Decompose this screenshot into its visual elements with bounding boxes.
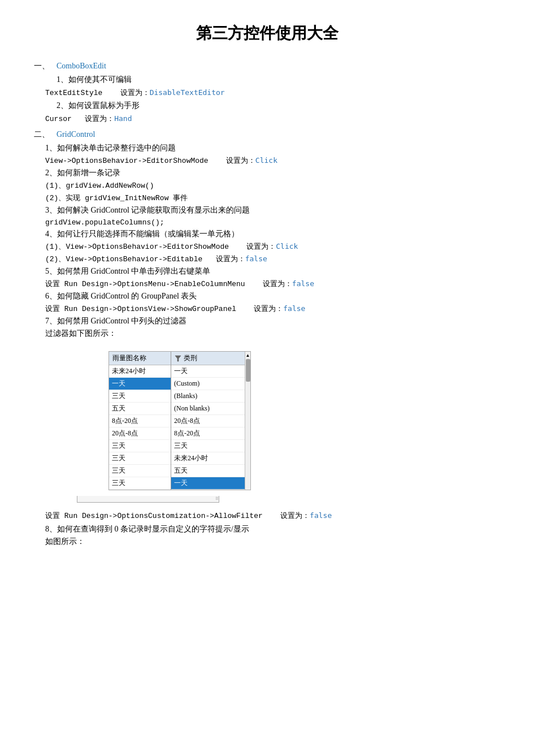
- item-1-1-code: TextEditStyle 设置为：DisableTextEditor: [45, 88, 500, 98]
- filter-funnel-icon[interactable]: [175, 355, 181, 362]
- item-2-7: 7、如何禁用 GridControl 中列头的过滤器: [45, 316, 500, 326]
- grid-bottom-bar: ⠿: [77, 496, 219, 503]
- item-2-1: 1、如何解决单击记录整行选中的问题: [45, 143, 500, 153]
- grid-right-row-9: 一天: [171, 477, 245, 490]
- item-2-6-code: 设置 Run Design->OptionsView->ShowGroupPan…: [45, 304, 500, 314]
- grid-right-row-0: 一天: [171, 365, 245, 378]
- item-2-4-sub2: (2)、View->OptionsBehavior->Editable 设置为：…: [45, 254, 500, 264]
- section-one-items: 1、如何使其不可编辑 TextEditStyle 设置为：DisableText…: [45, 75, 500, 124]
- scrollbar-up-arrow[interactable]: ▲: [246, 353, 250, 358]
- section-one: 一、 ComboBoxEdit 1、如何使其不可编辑 TextEditStyle…: [34, 61, 500, 124]
- grid-table: 雨量图名称 未来24小时 一天 三天 五天 8点-20点 20点-8点 三天 三…: [108, 351, 251, 490]
- item-2-2-text: 2、如何新增一条记录: [45, 169, 120, 177]
- section-two-header: 二、 GridControl: [34, 129, 500, 140]
- section-two: 二、 GridControl 1、如何解决单击记录整行选中的问题 View->O…: [34, 129, 500, 547]
- item-2-2-sub1-text: (1)、gridView.AddNewRow(): [45, 182, 154, 190]
- item-2-3: 3、如何解决 GridControl 记录能获取而没有显示出来的问题: [45, 205, 500, 215]
- item-1-2-code: Cursor 设置为：Hand: [45, 114, 500, 124]
- item-2-4-text: 4、如何让行只能选择而不能编辑（或编辑某一单元格）: [45, 230, 239, 238]
- item-2-5: 5、如何禁用 GridControl 中单击列弹出右键菜单: [45, 266, 500, 277]
- grid-left-row-2: 三天: [109, 390, 171, 403]
- item-2-8-text: 8、如何在查询得到 0 条记录时显示自定义的字符提示/显示: [45, 525, 249, 533]
- section-one-title: ComboBoxEdit: [57, 62, 106, 71]
- item-2-1-text: 1、如何解决单击记录整行选中的问题: [45, 144, 176, 152]
- grid-left-row-3: 五天: [109, 403, 171, 415]
- item-2-6-code-text: 设置 Run Design->OptionsView->ShowGroupPan…: [45, 305, 305, 313]
- item-2-7-pre-text: 过滤器如下图所示：: [45, 329, 116, 338]
- item-2-6-text: 6、如何隐藏 GridControl 的 GroupPanel 表头: [45, 292, 197, 300]
- grid-col1-header: 雨量图名称: [109, 352, 171, 365]
- item-2-7-code: 设置 Run Design->OptionsCustomization->All…: [45, 511, 500, 521]
- grid-left-row-0: 未来24小时: [109, 365, 171, 378]
- col1-header-text: 雨量图名称: [112, 353, 146, 363]
- item-2-8: 8、如何在查询得到 0 条记录时显示自定义的字符提示/显示: [45, 524, 500, 534]
- section-two-title: GridControl: [57, 130, 95, 139]
- item-2-4-sub1-text: (1)、View->OptionsBehavior->EditorShowMod…: [45, 243, 298, 251]
- item-1-2-num: 2、如何设置鼠标为手形: [57, 101, 140, 111]
- svg-marker-0: [175, 356, 181, 361]
- item-1-1-code-text: TextEditStyle 设置为：DisableTextEditor: [45, 89, 225, 97]
- grid-left-row-1: 一天: [109, 378, 171, 390]
- grid-right-row-5: 8点-20点: [171, 427, 245, 440]
- grid-col2-header: 类刑: [171, 352, 245, 365]
- item-1-1-num: 1、如何使其不可编辑: [57, 75, 132, 85]
- section-two-items: 1、如何解决单击记录整行选中的问题 View->OptionsBehavior-…: [45, 143, 500, 547]
- grid-left-col: 雨量图名称 未来24小时 一天 三天 五天 8点-20点 20点-8点 三天 三…: [109, 352, 171, 490]
- item-2-1-code: View->OptionsBehavior->EditorShowMode 设置…: [45, 155, 500, 166]
- item-2-5-code: 设置 Run Design->OptionsMenu->EnableColumn…: [45, 279, 500, 289]
- item-2-4: 4、如何让行只能选择而不能编辑（或编辑某一单元格）: [45, 229, 500, 239]
- page-title: 第三方控件使用大全: [34, 23, 500, 44]
- grid-left-row-6: 三天: [109, 440, 171, 452]
- item-2-7-pre: 过滤器如下图所示：: [45, 329, 500, 339]
- grid-right-row-4: 20点-8点: [171, 415, 245, 427]
- grid-left-row-4: 8点-20点: [109, 415, 171, 427]
- item-1-2: 2、如何设置鼠标为手形: [57, 101, 500, 111]
- grid-right-row-6: 三天: [171, 440, 245, 452]
- grid-right-row-2: (Blanks): [171, 390, 245, 403]
- item-1-1: 1、如何使其不可编辑: [57, 75, 500, 85]
- item-2-7-code-text: 设置 Run Design->OptionsCustomization->All…: [45, 512, 332, 520]
- item-2-6: 6、如何隐藏 GridControl 的 GroupPanel 表头: [45, 291, 500, 301]
- item-2-2-sub1: (1)、gridView.AddNewRow(): [45, 180, 500, 191]
- section-one-header: 一、 ComboBoxEdit: [34, 61, 500, 71]
- resize-dots-icon: ⠿: [215, 496, 219, 502]
- section-two-num: 二、: [34, 129, 50, 140]
- item-2-5-text: 5、如何禁用 GridControl 中单击列弹出右键菜单: [45, 267, 210, 275]
- grid-left-row-7: 三天: [109, 452, 171, 465]
- item-2-1-code-text: View->OptionsBehavior->EditorShowMode 设置…: [45, 157, 277, 165]
- grid-right-row-8: 五天: [171, 465, 245, 477]
- grid-right-row-3: (Non blanks): [171, 403, 245, 415]
- item-2-3-text: 3、如何解决 GridControl 记录能获取而没有显示出来的问题: [45, 206, 250, 214]
- item-2-3-code: gridView.populateColumns();: [45, 218, 500, 227]
- item-2-8-pre-text: 如图所示：: [45, 537, 85, 546]
- item-2-5-code-text: 设置 Run Design->OptionsMenu->EnableColumn…: [45, 280, 314, 288]
- grid-right-row-1: (Custom): [171, 378, 245, 390]
- item-2-4-sub1: (1)、View->OptionsBehavior->EditorShowMod…: [45, 241, 500, 252]
- item-2-2: 2、如何新增一条记录: [45, 168, 500, 178]
- grid-right-section: 类刑 一天 (Custom) (Blanks) (Non blanks) 20点…: [171, 352, 250, 490]
- item-2-2-sub2: (2)、实现 gridView_InitNewRow 事件: [45, 193, 500, 203]
- col2-header-text: 类刑: [184, 353, 197, 363]
- section-one-num: 一、: [34, 61, 50, 71]
- item-1-2-code-text: Cursor 设置为：Hand: [45, 115, 132, 123]
- grid-left-row-5: 20点-8点: [109, 427, 171, 440]
- grid-right-col: 类刑 一天 (Custom) (Blanks) (Non blanks) 20点…: [171, 352, 245, 490]
- scrollbar-thumb[interactable]: [246, 359, 250, 382]
- grid-right-row-7: 未来24小时: [171, 452, 245, 465]
- item-2-4-sub2-text: (2)、View->OptionsBehavior->Editable 设置为：…: [45, 255, 267, 263]
- filter-grid: 雨量图名称 未来24小时 一天 三天 五天 8点-20点 20点-8点 三天 三…: [77, 345, 251, 503]
- item-2-3-code-text: gridView.populateColumns();: [45, 218, 164, 227]
- grid-left-row-9: 三天: [109, 477, 171, 490]
- item-2-2-sub2-text: (2)、实现 gridView_InitNewRow 事件: [45, 194, 188, 202]
- item-2-8-pre: 如图所示：: [45, 537, 500, 547]
- grid-scrollbar[interactable]: ▲: [245, 352, 250, 490]
- grid-left-row-8: 三天: [109, 465, 171, 477]
- item-2-7-text: 7、如何禁用 GridControl 中列头的过滤器: [45, 317, 186, 325]
